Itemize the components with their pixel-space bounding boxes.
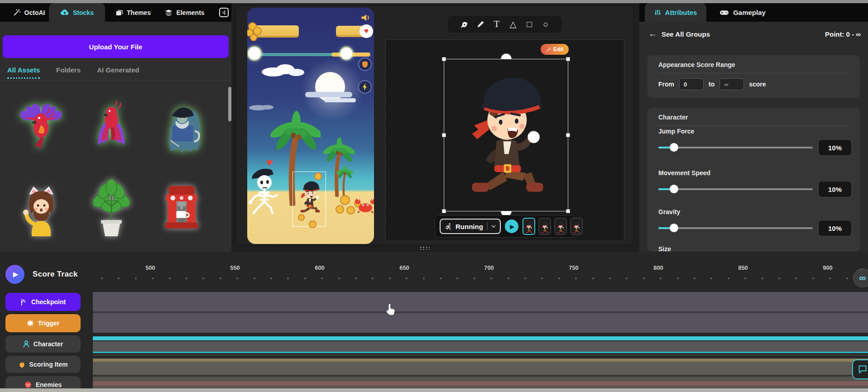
- ruler-label: 650: [399, 264, 409, 271]
- resize-handle-se[interactable]: [566, 209, 570, 213]
- slider-handle[interactable]: [670, 185, 678, 193]
- see-all-groups-link[interactable]: ← See All Groups: [648, 29, 710, 39]
- ellipse-tool[interactable]: ○: [540, 19, 551, 30]
- score-from-input[interactable]: 0: [679, 78, 704, 90]
- track-lane[interactable]: [93, 336, 868, 340]
- chat-button[interactable]: [852, 359, 868, 379]
- upload-file-button[interactable]: Upload Your File: [3, 35, 229, 58]
- animation-frame-2[interactable]: [538, 218, 551, 235]
- track-lane[interactable]: [93, 381, 868, 386]
- ruler-tick: [575, 277, 577, 279]
- ruler-tick: [643, 277, 645, 279]
- text-tool[interactable]: T: [491, 19, 502, 30]
- asset-ghost-pirate[interactable]: [149, 90, 214, 163]
- track-lane[interactable]: [93, 313, 868, 333]
- assets-scrollbar[interactable]: [228, 87, 231, 121]
- slider-value-box[interactable]: 10%: [818, 139, 852, 156]
- player-character[interactable]: [453, 62, 559, 202]
- track-lane[interactable]: [93, 359, 868, 362]
- animation-frame-3[interactable]: [554, 218, 567, 235]
- back-link-label: See All Groups: [662, 30, 710, 38]
- score-label: score: [749, 81, 766, 88]
- player-character-preview[interactable]: [295, 175, 324, 217]
- timeline-button-label: Trigger: [38, 320, 59, 327]
- slider-label: Jump Force: [658, 128, 694, 135]
- tab-themes[interactable]: Themes: [112, 3, 154, 22]
- collapse-panel-button[interactable]: ‹|: [219, 8, 229, 17]
- cloud: [260, 63, 305, 76]
- resize-handle-e[interactable]: [566, 133, 570, 137]
- triangle-tool[interactable]: △: [508, 19, 518, 30]
- ruler-label: 550: [230, 264, 240, 271]
- track-lane[interactable]: [93, 354, 868, 356]
- asset-flying-parrot[interactable]: [8, 90, 74, 163]
- resize-handle-ne[interactable]: [566, 57, 570, 61]
- timeline-button-checkpoint[interactable]: Checkpoint: [5, 293, 81, 311]
- app-window: OctoAIStocksThemesElements‹| Upload Your…: [0, 0, 868, 392]
- asset-coffee-machine[interactable]: [149, 171, 214, 244]
- timeline-button-character[interactable]: Character: [5, 335, 81, 353]
- asset-tab-all-assets[interactable]: All Assets: [7, 66, 40, 79]
- ruler-tick: [524, 277, 526, 279]
- slider-value-box[interactable]: 10%: [818, 181, 852, 197]
- rectangle-tool[interactable]: □: [524, 19, 535, 30]
- ruler-tick: [287, 277, 289, 279]
- pen-tool[interactable]: [459, 19, 470, 30]
- horizontal-scrollbar[interactable]: [0, 388, 868, 392]
- ruler-label: 750: [569, 264, 579, 271]
- asset-potted-plant[interactable]: [78, 171, 144, 244]
- ruler-tick: [474, 277, 475, 279]
- left-tab-bar: OctoAIStocksThemesElements‹|: [0, 3, 231, 22]
- timeline-play-button[interactable]: ▶: [5, 265, 24, 284]
- asset-tab-ai-generated[interactable]: AI Generated: [97, 66, 139, 77]
- chevron-down-icon[interactable]: [487, 222, 496, 230]
- flag-icon: [20, 299, 27, 306]
- track-lane[interactable]: [93, 362, 868, 375]
- slider-track[interactable]: [658, 188, 813, 190]
- animation-frame-4[interactable]: [570, 218, 583, 235]
- game-preview[interactable]: ♥: [247, 8, 374, 244]
- tab-gameplay[interactable]: Gameplay: [713, 3, 772, 22]
- timeline-button-trigger[interactable]: Trigger: [5, 314, 81, 332]
- edit-button[interactable]: Edit: [541, 44, 569, 55]
- asset-diving-phoenix[interactable]: [78, 90, 144, 163]
- tab-stocks[interactable]: Stocks: [49, 3, 105, 22]
- slider-track[interactable]: [658, 227, 813, 229]
- resize-handle-nw[interactable]: [442, 57, 446, 61]
- slider-track[interactable]: [658, 147, 813, 148]
- resize-handle-sw[interactable]: [442, 209, 446, 213]
- track-lane[interactable]: [93, 352, 868, 353]
- tab-attributes[interactable]: Attributes: [645, 3, 706, 22]
- asset-tab-folders[interactable]: Folders: [56, 66, 81, 77]
- play-animation-button[interactable]: ▶: [505, 220, 518, 233]
- slider-value-box[interactable]: 10%: [818, 220, 852, 236]
- character-editor-canvas[interactable]: Edit Running ▶: [385, 39, 624, 241]
- animation-select[interactable]: Running: [440, 219, 501, 234]
- animation-bar: Running ▶: [435, 215, 575, 238]
- timeline-button-scoring-item[interactable]: Scoring Item: [5, 356, 81, 373]
- appearance-card-title: Appearance Score Range: [658, 61, 735, 68]
- track-lane[interactable]: [93, 377, 868, 381]
- track-lane[interactable]: [93, 292, 868, 311]
- animation-frame-1[interactable]: [523, 218, 535, 235]
- resize-handle-w[interactable]: [442, 133, 446, 137]
- ruler-tick: [169, 277, 171, 279]
- slider-handle[interactable]: [670, 143, 678, 152]
- asset-girl-cat-ears[interactable]: [8, 171, 74, 244]
- rotate-handle-top[interactable]: [501, 53, 512, 59]
- ruler-tick: [254, 277, 255, 279]
- track-lane[interactable]: [93, 341, 868, 352]
- score-to-input[interactable]: ∞: [719, 78, 744, 90]
- timeline-button-label: Enemies: [36, 381, 62, 388]
- coin: [309, 220, 317, 228]
- tab-octoai[interactable]: OctoAI: [8, 3, 50, 22]
- panel-resize-grip[interactable]: [420, 247, 431, 250]
- slider-label: Gravity: [658, 208, 680, 215]
- tab-elements[interactable]: Elements: [161, 3, 208, 22]
- ruler-label: 900: [823, 264, 833, 271]
- window-edge: [0, 0, 868, 3]
- slider-handle[interactable]: [670, 224, 678, 232]
- moon-cloud-streak: [305, 92, 352, 97]
- ruler-tick: [118, 277, 120, 279]
- pencil-tool[interactable]: [475, 19, 486, 30]
